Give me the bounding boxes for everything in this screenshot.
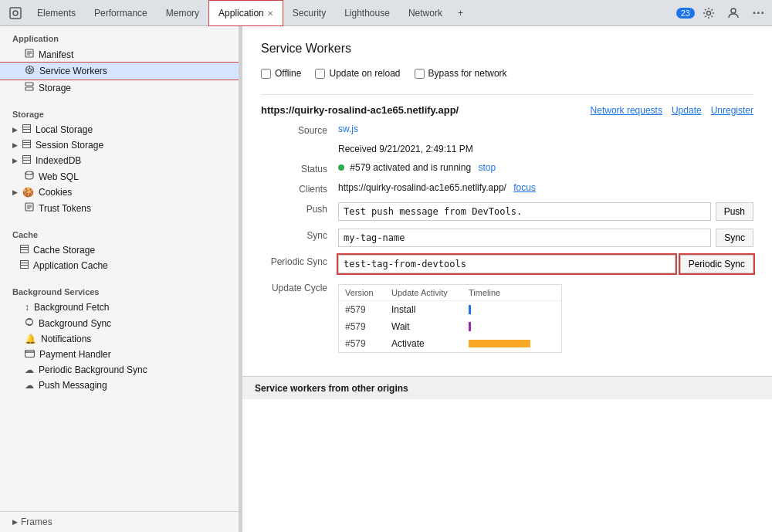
sync-label: Sync [261,229,338,241]
sidebar-item-notifications[interactable]: 🔔 Notifications [0,331,239,347]
close-tab-application[interactable]: ✕ [267,9,273,18]
received-value: Received 9/21/2021, 2:49:11 PM [338,144,753,154]
update-on-reload-label: Update on reload [329,68,400,79]
source-link[interactable]: sw.js [338,124,358,134]
svg-point-3 [731,8,736,13]
sidebar-section-cache: Cache [0,222,239,242]
periodic-sync-input[interactable] [338,255,676,273]
tab-lighthouse[interactable]: Lighthouse [335,0,399,26]
sidebar-frames-section[interactable]: ▶ Frames [0,511,239,532]
svg-point-9 [29,69,32,72]
manifest-icon [25,49,34,60]
sidebar-item-background-fetch[interactable]: ↕ Background Fetch [0,300,239,315]
unregister-link[interactable]: Unregister [711,105,753,116]
options-row: Offline Update on reload Bypass for netw… [261,68,753,79]
bypass-for-network-checkbox-label[interactable]: Bypass for network [415,68,507,79]
sidebar-item-storage[interactable]: Storage [0,80,239,96]
update-link[interactable]: Update [672,105,702,116]
periodic-sync-input-row: Periodic Sync [338,255,753,273]
tab-elements[interactable]: Elements [28,0,85,26]
sync-input[interactable] [338,229,711,247]
tabs-left: Elements Performance Memory Application … [3,0,469,26]
sidebar: Application Manifest Service Workers Sto… [0,26,239,532]
uc-version-2: #579 [345,321,391,332]
sidebar-item-push-messaging[interactable]: ☁ Push Messaging [0,378,239,393]
update-cycle-table: Version Update Activity Timeline #579 In… [338,284,562,353]
update-on-reload-checkbox[interactable] [315,69,325,79]
status-value: #579 activated and is running stop [338,162,753,173]
uc-row-install: #579 Install [339,301,561,318]
sidebar-item-indexeddb[interactable]: ▶ IndexedDB [0,153,239,168]
sidebar-item-session-storage-label: Session Storage [36,140,103,151]
indexeddb-icon [22,155,31,166]
sidebar-item-session-storage[interactable]: ▶ Session Storage [0,137,239,153]
push-button[interactable]: Push [716,202,753,221]
clients-row: Clients https://quirky-rosalind-ac1e65.n… [261,182,753,195]
sidebar-item-application-cache[interactable]: Application Cache [0,258,239,273]
background-fetch-icon: ↕ [25,302,29,313]
more-options-icon[interactable]: ⋯ [747,2,769,24]
uc-activity-activate: Activate [391,338,469,349]
sidebar-item-manifest-label: Manifest [39,49,73,60]
sidebar-item-service-workers[interactable]: Service Workers [0,63,239,80]
sidebar-item-local-storage-label: Local Storage [36,124,93,135]
sync-button[interactable]: Sync [716,229,753,247]
issues-badge[interactable]: 23 [676,8,695,19]
sidebar-section-application: Application [0,26,239,46]
sidebar-item-push-messaging-label: Push Messaging [39,380,107,391]
sw-url: https://quirky-rosalind-ac1e65.netlify.a… [261,104,459,116]
svg-rect-30 [21,246,29,253]
tab-application[interactable]: Application ✕ [208,0,283,26]
sidebar-item-background-fetch-label: Background Fetch [34,302,109,313]
sidebar-item-cache-storage[interactable]: Cache Storage [0,242,239,258]
sidebar-item-trust-tokens[interactable]: Trust Tokens [0,200,239,216]
focus-link[interactable]: focus [513,182,536,193]
tab-network[interactable]: Network [399,0,452,26]
push-input[interactable] [338,202,711,221]
uc-timeline-wait [469,322,555,331]
tab-bar: Elements Performance Memory Application … [0,0,772,26]
bottom-bar[interactable]: Service workers from other origins [242,376,772,399]
offline-checkbox[interactable] [261,69,271,79]
user-icon[interactable] [723,2,744,24]
network-requests-link[interactable]: Network requests [591,105,662,116]
update-cycle-row: Update Cycle Version Update Activity Tim… [261,281,753,353]
sidebar-item-cookies[interactable]: ▶ 🍪 Cookies [0,185,239,200]
sw-url-row: https://quirky-rosalind-ac1e65.netlify.a… [261,104,753,116]
offline-checkbox-label[interactable]: Offline [261,68,301,79]
sidebar-item-periodic-background-sync[interactable]: ☁ Periodic Background Sync [0,362,239,378]
storage-icon [25,82,34,93]
background-sync-icon [25,317,34,329]
stop-link[interactable]: stop [478,162,496,173]
clients-label: Clients [261,182,338,195]
page-title: Service Workers [261,42,753,56]
tab-memory[interactable]: Memory [157,0,208,26]
svg-rect-15 [25,87,33,90]
notifications-icon: 🔔 [25,334,36,344]
uc-activity-install: Install [391,304,469,315]
svg-rect-22 [23,156,31,164]
sidebar-item-manifest[interactable]: Manifest [0,46,239,63]
sidebar-item-payment-handler[interactable]: Payment Handler [0,347,239,362]
offline-label: Offline [275,68,301,79]
uc-timeline-activate [469,340,555,347]
application-cache-icon [20,260,29,271]
uc-version-1: #579 [345,304,391,315]
tab-performance[interactable]: Performance [85,0,157,26]
bypass-for-network-checkbox[interactable] [415,69,425,79]
periodic-sync-value: Periodic Sync [338,255,753,273]
sidebar-item-local-storage[interactable]: ▶ Local Storage [0,122,239,137]
periodic-sync-label: Periodic Sync [261,255,338,267]
sidebar-item-storage-label: Storage [39,83,71,93]
devtools-icon[interactable] [3,0,28,26]
periodic-sync-button[interactable]: Periodic Sync [680,255,753,273]
sidebar-item-web-sql[interactable]: Web SQL [0,168,239,185]
uc-row-wait: #579 Wait [339,318,561,335]
update-on-reload-checkbox-label[interactable]: Update on reload [315,68,400,79]
settings-icon[interactable] [698,2,720,24]
svg-rect-16 [23,125,31,133]
sidebar-item-background-sync[interactable]: Background Sync [0,315,239,331]
sync-value: Sync [338,229,753,247]
tab-security[interactable]: Security [283,0,335,26]
add-tab-button[interactable]: + [452,0,469,26]
